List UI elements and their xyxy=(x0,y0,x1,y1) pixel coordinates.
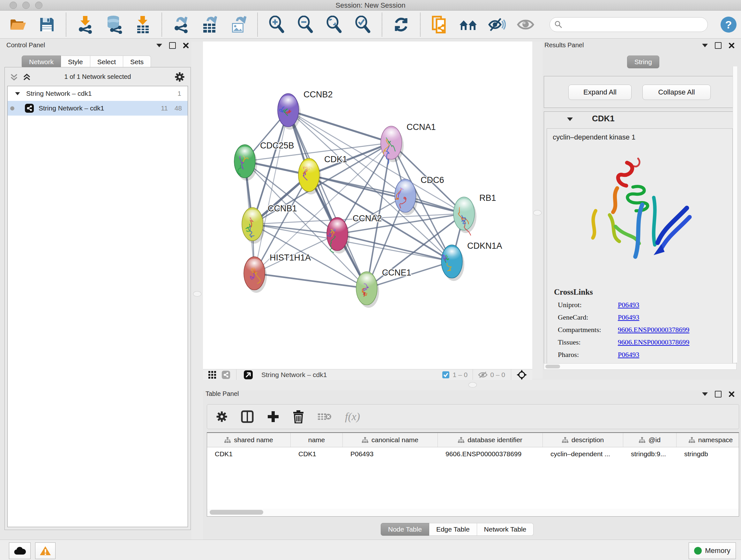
close-panel-icon[interactable] xyxy=(729,391,735,397)
selected-checkbox[interactable] xyxy=(442,371,450,379)
network-node-CDKN1A[interactable]: CDKN1A xyxy=(441,241,502,281)
import-network-file-button[interactable] xyxy=(75,14,95,35)
expand-all-button[interactable]: Expand All xyxy=(568,84,631,100)
column-header-namespace[interactable]: namespace xyxy=(677,433,739,447)
zoom-in-button[interactable] xyxy=(267,14,286,35)
show-columns-button[interactable] xyxy=(241,410,254,423)
results-hscroll-thumb[interactable] xyxy=(545,365,560,368)
table-cell[interactable]: P06493 xyxy=(343,450,438,458)
float-panel-icon[interactable] xyxy=(715,42,722,49)
float-panel-icon[interactable] xyxy=(169,42,176,49)
table-cell[interactable]: 9606.ENSP00000378699 xyxy=(438,450,543,458)
network-node-CCNB2[interactable]: CCNB2 xyxy=(278,90,333,130)
crosslink-value-link[interactable]: P06493 xyxy=(618,351,639,359)
edge-CCNB2-CCNA1[interactable] xyxy=(288,110,391,143)
table-row[interactable]: CDK1CDK1P064939606.ENSP00000378699cyclin… xyxy=(207,447,739,461)
collapse-panel-icon[interactable] xyxy=(702,392,708,396)
bottom-splitter[interactable] xyxy=(203,380,741,390)
table-cell[interactable]: stringdb xyxy=(677,450,739,458)
table-cell[interactable]: cyclin–dependent ... xyxy=(543,450,623,458)
zoom-fit-button[interactable] xyxy=(324,14,344,35)
network-node-CDC25B[interactable]: CDC25B xyxy=(234,141,294,181)
crosslink-value-link[interactable]: P06493 xyxy=(618,301,639,309)
grid-view-icon[interactable] xyxy=(208,371,216,379)
network-options-gear-icon[interactable] xyxy=(175,72,185,82)
zoom-out-button[interactable] xyxy=(295,14,315,35)
gene-collapse-icon[interactable] xyxy=(567,118,573,121)
table-hscrollbar[interactable] xyxy=(207,509,739,516)
right-splitter[interactable] xyxy=(532,42,542,379)
warnings-button[interactable] xyxy=(35,543,56,559)
delete-column-button[interactable] xyxy=(293,410,304,423)
tab-select[interactable]: Select xyxy=(90,56,123,68)
import-network-database-button[interactable] xyxy=(104,14,124,35)
tab-sets[interactable]: Sets xyxy=(123,56,151,68)
share-view-icon[interactable] xyxy=(221,370,230,379)
tab-network[interactable]: Network Table xyxy=(477,523,534,536)
node-table[interactable]: shared namenamecanonical namedatabase id… xyxy=(207,432,739,516)
column-header-canonical-name[interactable]: canonical name xyxy=(343,433,438,447)
network-node-CCNE1[interactable]: CCNE1 xyxy=(356,268,411,308)
birdseye-view-icon[interactable] xyxy=(244,370,253,380)
column-header-shared-name[interactable]: shared name xyxy=(207,433,291,447)
collapse-all-button[interactable]: Collapse All xyxy=(643,84,711,100)
first-neighbors-button[interactable] xyxy=(458,14,478,35)
network-node-CDC6[interactable]: CDC6 xyxy=(395,175,444,215)
results-vscrollbar[interactable] xyxy=(733,66,737,363)
memory-button[interactable]: Memory xyxy=(689,543,736,559)
network-node-RB1[interactable]: RB1 xyxy=(454,193,496,235)
tab-style[interactable]: Style xyxy=(61,56,90,68)
function-builder-button[interactable]: f(x) xyxy=(345,411,360,423)
crosslink-value-link[interactable]: 9606.ENSP00000378699 xyxy=(618,326,689,334)
duplicate-network-button[interactable] xyxy=(429,14,449,35)
collapse-panel-icon[interactable] xyxy=(156,44,162,47)
tab-node[interactable]: Node Table xyxy=(381,523,429,536)
table-settings-button[interactable] xyxy=(216,411,227,422)
close-panel-icon[interactable] xyxy=(729,43,735,49)
show-details-button[interactable] xyxy=(516,14,536,35)
apply-layout-button[interactable] xyxy=(391,14,411,35)
network-node-HIST1H1A[interactable]: HIST1H1A xyxy=(244,253,311,293)
left-splitter-handle[interactable] xyxy=(193,291,201,297)
float-panel-icon[interactable] xyxy=(715,391,722,397)
tree-expand-icon[interactable] xyxy=(15,92,20,95)
table-cell[interactable]: CDK1 xyxy=(207,450,291,458)
left-splitter[interactable] xyxy=(192,42,203,540)
tab-network[interactable]: Network xyxy=(22,56,61,68)
column-header-database-identifier[interactable]: database identifier xyxy=(438,433,543,447)
network-collection-row[interactable]: String Network – cdk1 1 xyxy=(8,86,188,101)
tab-edge[interactable]: Edge Table xyxy=(429,523,477,536)
help-button[interactable]: ? xyxy=(721,17,737,33)
collapse-panel-icon[interactable] xyxy=(702,44,708,47)
edge-HIST1H1A-CCNE1[interactable] xyxy=(254,273,367,288)
bottom-splitter-handle[interactable] xyxy=(468,382,477,388)
column-header--id[interactable]: @id xyxy=(623,433,677,447)
crosslink-value-link[interactable]: P06493 xyxy=(618,313,639,321)
tab-string[interactable]: String xyxy=(627,56,659,68)
results-hscrollbar[interactable] xyxy=(544,363,737,370)
delete-table-button[interactable] xyxy=(318,412,332,422)
export-image-button[interactable] xyxy=(228,14,248,35)
right-splitter-handle[interactable] xyxy=(533,210,542,215)
save-session-button[interactable] xyxy=(37,14,57,35)
search-input[interactable] xyxy=(562,21,698,29)
crosslink-value-link[interactable]: 9606.ENSP00000378699 xyxy=(618,338,689,347)
close-panel-icon[interactable] xyxy=(183,43,189,49)
table-hscroll-thumb[interactable] xyxy=(210,510,263,515)
fit-target-icon[interactable] xyxy=(516,369,527,380)
add-column-button[interactable] xyxy=(267,411,279,423)
export-network-button[interactable] xyxy=(171,14,191,35)
network-row[interactable]: String Network – cdk1 11 48 xyxy=(8,101,188,116)
open-session-button[interactable] xyxy=(8,14,28,35)
column-header-description[interactable]: description xyxy=(543,433,623,447)
table-cell[interactable]: CDK1 xyxy=(291,450,343,458)
search-field[interactable] xyxy=(549,17,708,32)
import-table-button[interactable] xyxy=(133,14,152,35)
cloud-button[interactable] xyxy=(9,543,30,559)
hide-details-button[interactable] xyxy=(487,14,507,35)
network-canvas[interactable]: CCNB2CCNA1CDC25BCDK1CDC6RB1CCNB1CCNA2CDK… xyxy=(203,42,532,369)
zoom-selected-button[interactable] xyxy=(353,14,373,35)
table-cell[interactable]: stringdb:9... xyxy=(623,450,677,458)
export-table-button[interactable] xyxy=(200,14,219,35)
hidden-eye-icon[interactable] xyxy=(478,371,488,379)
